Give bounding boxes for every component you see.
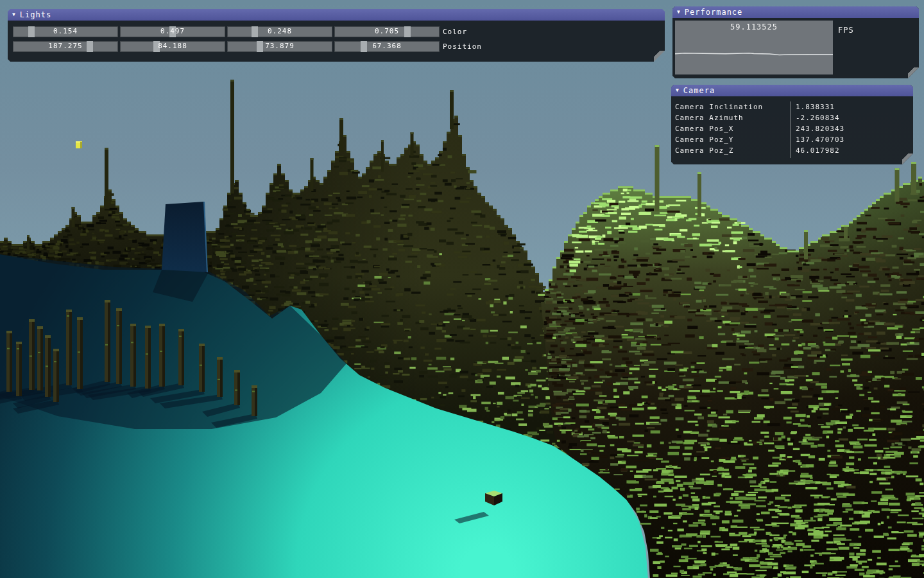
camera-row: Camera Poz_Y 137.470703 [675,134,909,145]
slider-value: 67.368 [334,42,440,50]
collapse-triangle-icon[interactable]: ▼ [676,88,680,93]
camera-row-value: 1.838331 [796,101,835,112]
slider-row-label-color: Color [443,26,467,37]
camera-row: Camera Inclination 1.838331 [675,101,909,112]
slider-color-1[interactable]: 0.154 [13,26,118,37]
panel-title: Camera [683,86,715,95]
panel-performance-titlebar[interactable]: ▼ Performance [672,6,919,18]
app-window: ▼ Lights 0.154 0.497 0.248 0.705 Color 1… [0,0,924,578]
slider-value: 0.154 [13,27,118,35]
slider-position-3[interactable]: 73.879 [227,41,332,52]
slider-position-2[interactable]: 84.188 [120,41,225,52]
slider-position-4[interactable]: 67.368 [334,41,440,52]
slider-position-1[interactable]: 187.275 [13,41,118,52]
slider-color-3[interactable]: 0.248 [227,26,332,37]
camera-row-value: 137.470703 [796,134,844,145]
collapse-triangle-icon[interactable]: ▼ [12,12,16,17]
collapse-triangle-icon[interactable]: ▼ [677,10,681,15]
slider-value: 0.248 [227,27,332,35]
camera-row-label: Camera Inclination [675,101,763,112]
camera-row-label: Camera Azimuth [675,112,744,123]
fps-value: 59.113525 [675,22,833,31]
camera-row-label: Camera Poz_Z [675,145,733,156]
slider-color-2[interactable]: 0.497 [120,26,225,37]
panel-title: Lights [20,10,51,19]
panel-camera: ▼ Camera Camera Inclination 1.838331 Cam… [671,85,913,164]
panel-title: Performance [685,8,742,17]
slider-row-label-position: Position [443,41,482,52]
camera-row: Camera Pos_X 243.820343 [675,123,909,134]
camera-row-value: 46.017982 [796,145,840,156]
panel-lights: ▼ Lights 0.154 0.497 0.248 0.705 Color 1… [8,9,665,62]
slider-value: 73.879 [227,42,332,50]
panel-lights-titlebar[interactable]: ▼ Lights [8,9,665,21]
slider-value: 84.188 [120,42,225,50]
camera-row-value: 243.820343 [796,123,844,134]
slider-value: 0.705 [334,27,440,35]
fps-graph: 59.113525 [675,21,833,74]
slider-value: 0.497 [120,27,225,35]
camera-row-value: -2.260834 [796,112,840,123]
panel-camera-titlebar[interactable]: ▼ Camera [671,85,913,96]
fps-label: FPS [838,26,854,35]
camera-row: Camera Azimuth -2.260834 [675,112,909,123]
camera-row: Camera Poz_Z 46.017982 [675,145,909,156]
slider-color-4[interactable]: 0.705 [334,26,440,37]
camera-row-label: Camera Pos_X [675,123,733,134]
slider-value: 187.275 [13,42,118,50]
camera-row-label: Camera Poz_Y [675,134,733,145]
panel-performance: ▼ Performance 59.113525 FPS [672,6,919,78]
